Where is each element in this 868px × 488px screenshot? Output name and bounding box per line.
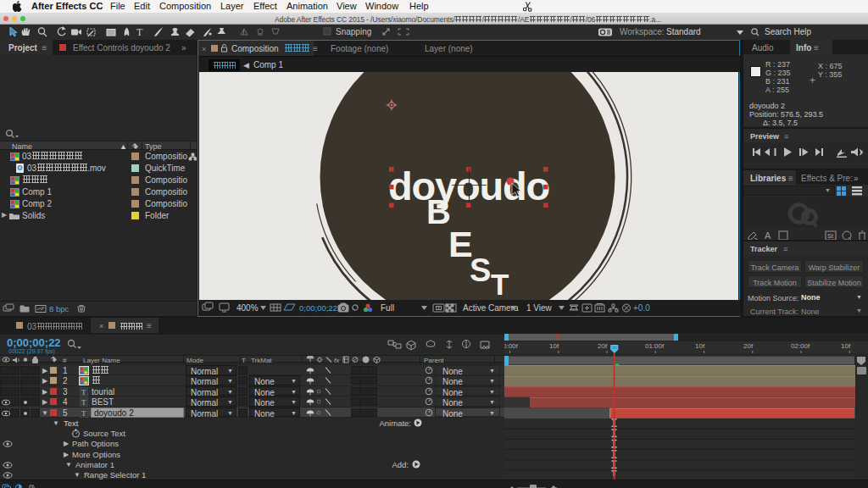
svg-text:Active Camera: Active Camera (463, 303, 519, 313)
svg-text:fx: fx (334, 357, 340, 364)
svg-text:Standard: Standard (666, 27, 701, 36)
svg-text:T: T (81, 409, 86, 418)
svg-text:01:00f: 01:00f (645, 342, 665, 350)
svg-text:+0.0: +0.0 (633, 303, 650, 313)
svg-text:20f: 20f (743, 342, 754, 350)
svg-text:T: T (136, 26, 143, 38)
svg-text:St: St (827, 232, 834, 240)
svg-text:02:00f: 02:00f (791, 342, 810, 350)
svg-text:10f: 10f (841, 342, 851, 350)
svg-text:T: T (491, 268, 509, 300)
svg-text:0;00;00;22: 0;00;00;22 (299, 303, 337, 313)
svg-text:0:00f: 0:00f (504, 342, 519, 350)
svg-text:Snapping: Snapping (336, 27, 371, 36)
svg-text:S: S (470, 252, 491, 288)
svg-text:Full: Full (381, 303, 394, 313)
svg-text:B: B (426, 193, 451, 230)
svg-text:10f: 10f (695, 342, 705, 350)
svg-text:10f: 10f (549, 342, 559, 350)
svg-text:8 bpc: 8 bpc (49, 304, 69, 313)
svg-text:1 View: 1 View (526, 303, 553, 313)
svg-text:Search Help: Search Help (765, 27, 811, 36)
svg-text:20f: 20f (598, 342, 608, 350)
svg-text:400%: 400% (236, 303, 259, 313)
svg-text:T: T (81, 398, 86, 407)
svg-text:T: T (81, 388, 86, 396)
svg-text:Workspace:: Workspace: (620, 27, 665, 36)
